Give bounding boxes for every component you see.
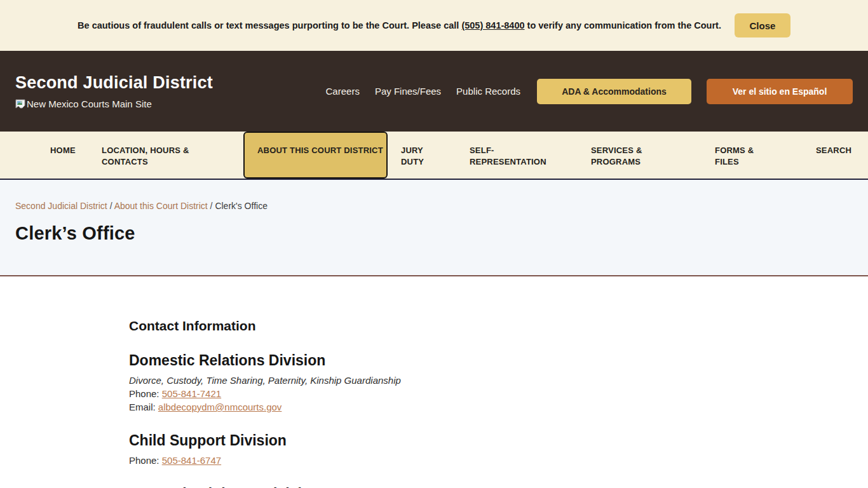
breadcrumb-link-home[interactable]: Second Judicial District [15,201,107,211]
nav-item-home[interactable]: HOME [50,145,76,156]
phone-link[interactable]: 505-841-6747 [162,455,221,466]
page-title: Clerk’s Office [15,223,853,244]
phone-label: Phone: [129,455,162,466]
division-domestic-violence: Domestic Violence Division [129,485,853,488]
ada-accommodations-button[interactable]: ADA & Accommodations [537,79,691,104]
contact-information-heading: Contact Information [129,318,853,334]
site-title[interactable]: Second Judicial District [15,73,213,93]
nav-item-forms-files[interactable]: FORMS & FILES [715,145,759,168]
breadcrumb-link-about[interactable]: About this Court District [114,201,208,211]
alert-banner: Be cautious of fraudulent calls or text … [0,0,868,51]
division-email-line: Email: albdecopydm@nmcourts.gov [129,400,853,414]
nav-item-about-this-court-district[interactable]: ABOUT THIS COURT DISTRICT [243,132,388,179]
nav-item-location-hours-contacts[interactable]: LOCATION, HOURS & CONTACTS [102,145,198,168]
nav-item-search[interactable]: SEARCH [816,145,851,156]
page-head-section: Second Judicial District / About this Co… [0,180,868,276]
alert-text-after: to verify any communication from the Cou… [525,20,721,30]
email-link[interactable]: albdecopydm@nmcourts.gov [158,402,282,412]
alert-phone-link[interactable]: (505) 841-8400 [461,20,524,30]
division-child-support: Child Support Division Phone: 505-841-67… [129,432,853,467]
alert-message: Be cautious of fraudulent calls or text … [78,20,721,30]
main-nav: HOME LOCATION, HOURS & CONTACTS ABOUT TH… [0,132,868,180]
nav-item-jury-duty[interactable]: JURY DUTY [401,145,433,168]
site-header: Second Judicial District New Mexico Cour… [0,51,868,132]
phone-link[interactable]: 505-841-7421 [162,388,221,399]
division-subtitle: Divorce, Custody, Time Sharing, Paternit… [129,374,853,387]
email-label: Email: [129,402,158,412]
breadcrumb-current: Clerk's Office [215,201,268,211]
main-site-link-label: New Mexico Courts Main Site [27,98,152,109]
brand-block: Second Judicial District New Mexico Cour… [15,73,213,109]
breadcrumb: Second Judicial District / About this Co… [15,201,853,211]
alert-text-before: Be cautious of fraudulent calls or text … [78,20,461,30]
phone-label: Phone: [129,388,162,399]
main-content: Contact Information Domestic Relations D… [0,276,868,488]
header-link-careers[interactable]: Careers [326,86,360,97]
division-heading: Domestic Violence Division [129,485,853,488]
broken-image-icon [15,99,25,109]
breadcrumb-separator: / [110,201,112,211]
header-links: Careers Pay Fines/Fees Public Records AD… [326,79,853,104]
header-link-pay-fines[interactable]: Pay Fines/Fees [375,86,441,97]
main-site-link[interactable]: New Mexico Courts Main Site [15,98,213,109]
header-link-public-records[interactable]: Public Records [456,86,520,97]
division-phone-line: Phone: 505-841-6747 [129,454,853,467]
spanish-site-button[interactable]: Ver el sitio en Español [707,79,853,104]
division-phone-line: Phone: 505-841-7421 [129,387,853,400]
nav-item-services-programs[interactable]: SERVICES & PROGRAMS [591,145,649,168]
division-domestic-relations: Domestic Relations Division Divorce, Cus… [129,352,853,414]
close-button[interactable]: Close [735,13,790,37]
division-heading: Child Support Division [129,432,853,449]
nav-item-self-representation[interactable]: SELF-REPRESENTATION [470,145,553,168]
division-heading: Domestic Relations Division [129,352,853,369]
